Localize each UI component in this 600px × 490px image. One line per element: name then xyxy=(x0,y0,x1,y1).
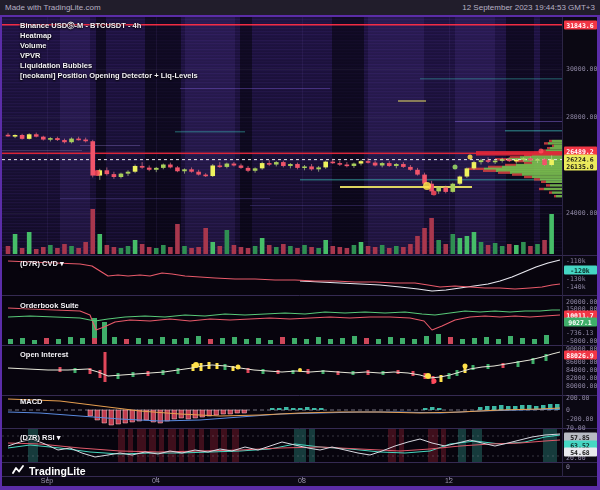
pane-title-1[interactable]: Orderbook Suite xyxy=(20,301,79,310)
time-axis-label: 12 xyxy=(445,477,453,484)
pane-title-4[interactable]: (D7R) RSI ▾ xyxy=(20,433,60,442)
axis-tick-label: 80000.00 xyxy=(566,382,597,390)
timestamp-label: 12 September 2023 19:44:53 GMT+3 xyxy=(462,3,595,12)
axis-tick-label: -200.00 xyxy=(566,415,593,423)
indicator-label-2[interactable]: VPVR xyxy=(20,51,198,61)
axis-tick-label: 70.00 xyxy=(566,424,586,432)
tradinglite-watermark: TradingLite xyxy=(12,464,86,477)
axis-tick-label: 82000.00 xyxy=(566,374,597,382)
axis-tick-label: 24000.00 xyxy=(566,209,597,217)
axis-price-badge: 26135.0 xyxy=(564,162,597,171)
axis-tick-label: -110k xyxy=(566,257,586,265)
axis-tick-label: 0 xyxy=(566,406,570,414)
indicator-label-3[interactable]: Liquidation Bubbles xyxy=(20,61,198,71)
pane-title-2[interactable]: Open Interest xyxy=(20,350,68,359)
indicator-label-1[interactable]: Volume xyxy=(20,41,198,51)
indicator-label-4[interactable]: [neokami] Position Opening Detector + Li… xyxy=(20,71,198,81)
top-status-bar: Made with TradingLite.com 12 September 2… xyxy=(0,0,600,15)
made-with-label: Made with TradingLite.com xyxy=(5,3,101,12)
chart-legend: Binance USDⓈ-M - BTCUSDT - 4h HeatmapVol… xyxy=(20,21,198,81)
indicator-list: HeatmapVolumeVPVRLiquidation Bubbles[neo… xyxy=(20,31,198,81)
axis-price-badge: -120k xyxy=(564,266,597,275)
indicator-label-0[interactable]: Heatmap xyxy=(20,31,198,41)
pane-title-3[interactable]: MACD xyxy=(20,397,43,406)
tradinglite-logo-text: TradingLite xyxy=(29,465,86,477)
axis-tick-label: 30000.00 xyxy=(566,65,597,73)
axis-price-badge: 9027.1 xyxy=(564,318,597,327)
axis-tick-label: -130k xyxy=(566,275,586,283)
axis-tick-label: 84000.00 xyxy=(566,366,597,374)
axis-tick-label: 28000.00 xyxy=(566,113,597,121)
time-axis-label: 04 xyxy=(152,477,160,484)
time-axis-label: Sep xyxy=(41,477,53,484)
axis-tick-label: -140k xyxy=(566,283,586,291)
tradinglite-app: Made with TradingLite.com 12 September 2… xyxy=(0,0,600,490)
axis-tick-label: 0 xyxy=(566,463,570,471)
symbol-label[interactable]: Binance USDⓈ-M - BTCUSDT - 4h xyxy=(20,21,198,31)
axis-tick-label: -5000.00 xyxy=(566,337,597,345)
axis-tick-label: 200.00 xyxy=(566,394,589,402)
tradinglite-logo-icon xyxy=(12,464,25,477)
axis-price-badge: 31843.6 xyxy=(564,21,597,30)
axis-price-badge: 54.68 xyxy=(564,448,597,457)
axis-price-badge: 88026.9 xyxy=(564,351,597,360)
axis-tick-label: -736.13 xyxy=(566,329,593,337)
time-axis-label: 08 xyxy=(298,477,306,484)
pane-title-0[interactable]: (D7R) CVD ▾ xyxy=(20,259,64,268)
